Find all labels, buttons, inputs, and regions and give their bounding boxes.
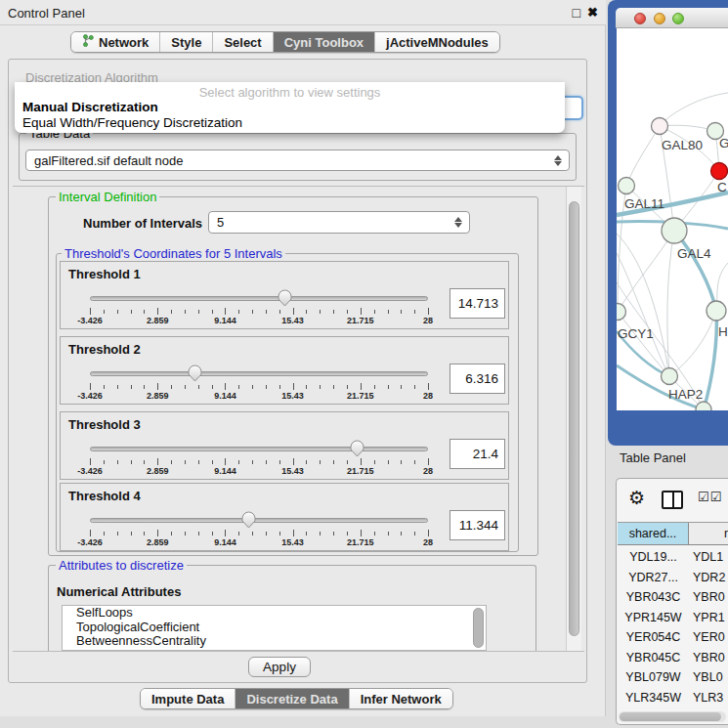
tab-discretize-data-label: Discretize Data xyxy=(246,692,337,707)
threshold-value-field[interactable]: 11.344 xyxy=(450,510,505,540)
table-hscrollbar-thumb[interactable] xyxy=(620,712,721,721)
table-row[interactable]: YBR045CYBR0 xyxy=(618,648,728,668)
network-node[interactable] xyxy=(696,402,711,410)
column-header-name[interactable]: na xyxy=(689,523,728,544)
slider-tick-label: 15.43 xyxy=(281,466,304,476)
mac-close-button[interactable] xyxy=(634,13,646,24)
slider-tick xyxy=(104,310,105,314)
slider-tick xyxy=(225,530,226,536)
network-canvas[interactable]: GAL80GACGAL11GAL4GCY1HHAP2 xyxy=(617,28,728,410)
network-node-hap2[interactable] xyxy=(662,368,678,385)
cell-shared-name[interactable]: YBR043C xyxy=(618,587,689,608)
table-row[interactable]: YLR345WYLR3 xyxy=(618,688,728,708)
network-node-gal4[interactable] xyxy=(662,218,687,243)
cell-name[interactable]: YDR2 xyxy=(689,568,728,588)
threshold-value-field[interactable]: 6.316 xyxy=(450,364,505,394)
threshold-panel-1: Threshold 1-3.4262.8599.14415.4321.71528… xyxy=(60,261,509,329)
network-node-c[interactable] xyxy=(711,163,728,180)
attribute-list-item[interactable]: SelfLoops xyxy=(63,606,486,621)
tab-select[interactable]: Select xyxy=(213,32,273,52)
panel-scrollbar-track[interactable] xyxy=(566,187,581,651)
cell-shared-name[interactable]: YER054C xyxy=(618,627,689,648)
cell-shared-name[interactable]: YBR045C xyxy=(618,648,689,668)
slider-tick xyxy=(157,458,158,465)
float-window-icon[interactable]: □ xyxy=(573,5,580,21)
table-hscrollbar-track[interactable] xyxy=(619,711,726,722)
attribute-list-item[interactable]: TopologicalCoefficient xyxy=(63,621,486,635)
mac-minimize-button[interactable] xyxy=(654,13,665,24)
slider-tick xyxy=(185,385,186,389)
slider-tick xyxy=(252,532,253,535)
table-row[interactable]: YBR043CYBR0 xyxy=(618,587,728,608)
slider-tick-label: 21.715 xyxy=(347,466,374,476)
table-row[interactable]: YDL19...YDL1 xyxy=(618,547,728,568)
cell-name[interactable]: YLR3 xyxy=(689,688,728,708)
network-node-gcy1[interactable] xyxy=(617,304,626,321)
panel-scrollbar-thumb[interactable] xyxy=(569,201,579,636)
tab-jactivemnodules[interactable]: jActiveMNodules xyxy=(375,32,499,52)
threshold-value-field[interactable]: 14.713 xyxy=(450,288,505,319)
slider-thumb[interactable] xyxy=(350,440,364,457)
table-row[interactable]: YDR27...YDR2 xyxy=(618,568,728,588)
numerical-attributes-list[interactable]: SelfLoopsTopologicalCoefficientBetweenne… xyxy=(62,605,487,651)
slider-tick-label: 9.144 xyxy=(214,391,236,401)
slider-tick-label: 21.715 xyxy=(347,316,374,325)
tab-discretize-data[interactable]: Discretize Data xyxy=(236,689,349,708)
cell-shared-name[interactable]: YDL19... xyxy=(618,547,689,568)
table-row[interactable]: YER054CYER0 xyxy=(618,627,728,648)
slider-track[interactable] xyxy=(90,447,428,451)
slider-tick xyxy=(320,460,321,464)
gear-icon[interactable]: ⚙ xyxy=(628,487,645,509)
column-header-shared[interactable]: shared... xyxy=(618,523,689,544)
cell-name[interactable]: YBL0 xyxy=(689,667,728,688)
network-node-gal11[interactable] xyxy=(619,178,635,194)
cell-shared-name[interactable]: YBL079W xyxy=(618,667,689,688)
cell-name[interactable]: YDL1 xyxy=(689,547,728,568)
tab-infer-network[interactable]: Infer Network xyxy=(350,689,452,708)
tab-impute-data[interactable]: Impute Data xyxy=(141,689,236,708)
tab-cyni-toolbox[interactable]: Cyni Toolbox xyxy=(274,32,375,52)
tab-impute-data-label: Impute Data xyxy=(151,692,224,707)
cell-shared-name[interactable]: YDR27... xyxy=(618,568,689,588)
tab-style[interactable]: Style xyxy=(160,32,213,52)
attribute-list-item[interactable]: BetweennessCentrality xyxy=(63,634,486,649)
slider-track[interactable] xyxy=(90,296,428,301)
checkbox-pair-icon[interactable]: ☑☑ xyxy=(698,490,722,504)
threshold-value-field[interactable]: 21.4 xyxy=(450,439,505,469)
slider-thumb[interactable] xyxy=(278,289,292,307)
slider-tick xyxy=(171,532,172,535)
popup-item-equal-width-frequency[interactable]: Equal Width/Frequency Discretization xyxy=(22,115,242,130)
slider-thumb[interactable] xyxy=(188,364,202,382)
list-scrollbar-thumb[interactable] xyxy=(473,608,484,648)
column-split-icon[interactable] xyxy=(662,491,683,509)
slider-track-area[interactable] xyxy=(90,438,428,459)
slider-track-area[interactable] xyxy=(90,363,428,384)
tab-network[interactable]: Network xyxy=(71,32,160,52)
mac-zoom-button[interactable] xyxy=(672,13,684,24)
cell-name[interactable]: YER0 xyxy=(689,627,728,648)
cell-shared-name[interactable]: YLR345W xyxy=(618,688,689,708)
slider-track-area[interactable] xyxy=(90,287,428,309)
number-of-intervals-combo[interactable]: 5 xyxy=(208,211,470,234)
slider-tick xyxy=(252,310,253,314)
network-node-gal80[interactable] xyxy=(652,118,668,135)
popup-item-manual-discretization[interactable]: Manual Discretization xyxy=(22,100,158,114)
slider-track[interactable] xyxy=(90,371,428,376)
cell-name[interactable]: YBR0 xyxy=(689,648,728,668)
table-data-combo[interactable]: galFiltered.sif default node xyxy=(25,150,570,171)
cell-name[interactable]: YPR1 xyxy=(689,608,728,628)
slider-thumb[interactable] xyxy=(241,511,256,529)
slider-tick xyxy=(306,532,307,535)
scroll-viewport-bottom-border xyxy=(13,651,584,652)
slider-track[interactable] xyxy=(90,518,428,523)
slider-track-area[interactable] xyxy=(90,509,428,531)
network-window-titlebar[interactable] xyxy=(616,8,728,28)
network-node-h[interactable] xyxy=(707,301,726,321)
close-icon[interactable]: ✖ xyxy=(587,5,598,20)
apply-button[interactable]: Apply xyxy=(248,657,311,677)
cell-name[interactable]: YBR0 xyxy=(689,587,728,608)
top-tab-bar: Network Style Select Cyni Toolbox jActiv… xyxy=(70,31,500,53)
table-row[interactable]: YBL079WYBL0 xyxy=(618,667,728,688)
cell-shared-name[interactable]: YPR145W xyxy=(618,608,689,628)
table-row[interactable]: YPR145WYPR1 xyxy=(618,608,728,628)
